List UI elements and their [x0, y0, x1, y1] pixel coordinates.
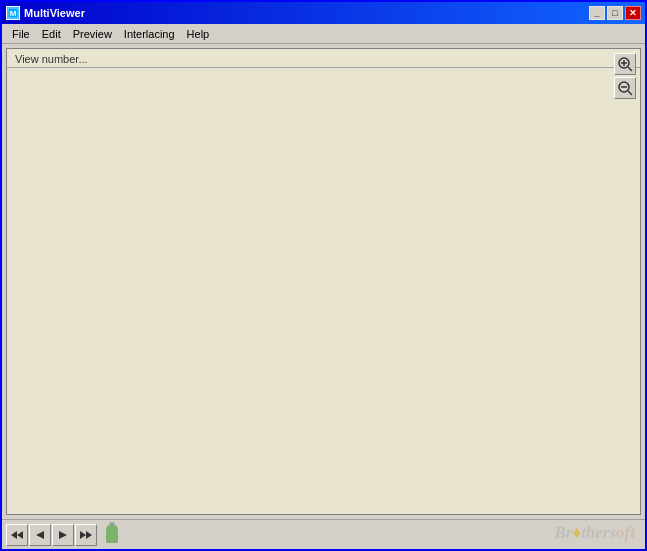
menu-edit[interactable]: Edit [36, 26, 67, 42]
zoom-out-button[interactable] [614, 77, 636, 99]
app-icon: M [6, 6, 20, 20]
svg-text:M: M [10, 9, 17, 18]
menu-help[interactable]: Help [181, 26, 216, 42]
view-area: View number... [6, 48, 641, 515]
svg-marker-9 [11, 531, 17, 539]
last-button[interactable] [75, 524, 97, 546]
zoom-controls [614, 53, 636, 99]
bottom-bar: Br♦thersoft [2, 519, 645, 549]
minimize-button[interactable]: _ [589, 6, 605, 20]
title-bar-left: M MultiViewer [6, 6, 85, 20]
menu-preview[interactable]: Preview [67, 26, 118, 42]
svg-line-3 [628, 67, 632, 71]
close-button[interactable]: ✕ [625, 6, 641, 20]
svg-marker-12 [59, 531, 67, 539]
svg-marker-11 [36, 531, 44, 539]
menu-bar: File Edit Preview Interlacing Help [2, 24, 645, 44]
window-controls: _ □ ✕ [589, 6, 641, 20]
svg-line-7 [628, 91, 632, 95]
svg-marker-10 [17, 531, 23, 539]
first-button[interactable] [6, 524, 28, 546]
content-area: View number... [2, 44, 645, 519]
view-label: View number... [15, 53, 88, 65]
title-bar: M MultiViewer _ □ ✕ [2, 2, 645, 24]
prev-button[interactable] [29, 524, 51, 546]
branding-text: Br♦thersoft [554, 522, 635, 543]
navigation-buttons [6, 524, 97, 546]
menu-file[interactable]: File [6, 26, 36, 42]
zoom-in-button[interactable] [614, 53, 636, 75]
view-divider [7, 67, 640, 68]
svg-marker-13 [80, 531, 86, 539]
svg-rect-16 [109, 522, 115, 524]
next-button[interactable] [52, 524, 74, 546]
bottle-icon [105, 522, 119, 548]
main-window: M MultiViewer _ □ ✕ File Edit Preview In… [0, 0, 647, 551]
svg-marker-14 [86, 531, 92, 539]
menu-interlacing[interactable]: Interlacing [118, 26, 181, 42]
maximize-button[interactable]: □ [607, 6, 623, 20]
window-title: MultiViewer [24, 7, 85, 19]
